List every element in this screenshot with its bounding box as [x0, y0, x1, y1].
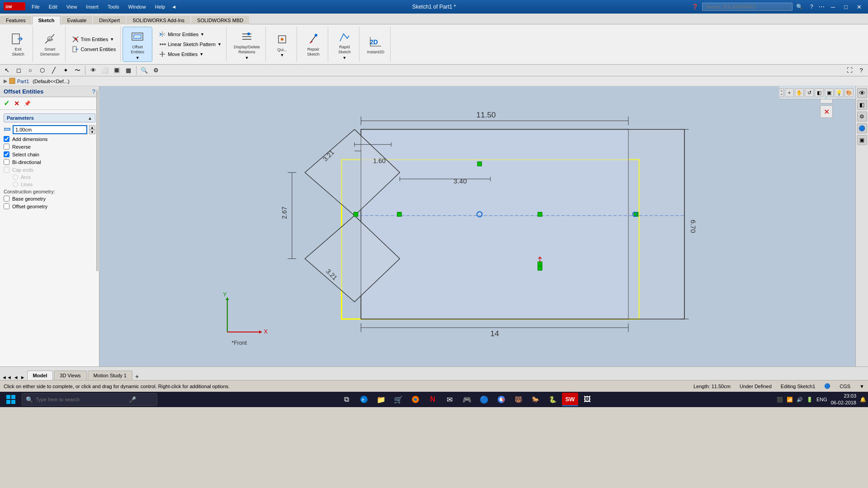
offset-entities-button[interactable]: OffsetEntities	[127, 28, 148, 56]
taskbar-explorer[interactable]: 📁	[373, 393, 389, 406]
taskbar-matlab[interactable]: 🐍	[545, 393, 561, 406]
maximize-button[interactable]: □	[841, 3, 850, 11]
tab-nav-next[interactable]: ►	[20, 375, 25, 380]
tb2-view-icon[interactable]: 👁	[88, 66, 98, 75]
tab-model[interactable]: Model	[27, 371, 53, 380]
select-chain-checkbox[interactable]	[4, 151, 9, 157]
menu-insert[interactable]: Insert	[83, 3, 101, 10]
taskbar-search[interactable]: 🔍 🎤	[22, 393, 157, 406]
tab-nav-prev[interactable]: ◄	[14, 375, 19, 380]
display-delete-dropdown[interactable]: ▼	[245, 56, 249, 60]
tab-dimxpert[interactable]: DimXpert	[93, 16, 126, 24]
panel-ok-button[interactable]: ✓	[4, 99, 9, 108]
quick-snaps-dropdown[interactable]: ▼	[280, 53, 284, 57]
taskbar-show-desktop-icon[interactable]: ⬛	[777, 397, 783, 403]
status-unit-dropdown[interactable]: ▼	[859, 384, 864, 389]
sidebar-settings-button[interactable]: ⚙	[857, 112, 867, 122]
lines-radio[interactable]	[13, 182, 18, 187]
mirror-dropdown-icon[interactable]: ▼	[200, 32, 204, 37]
handle-left-mid2[interactable]	[397, 212, 402, 217]
expand-arrow[interactable]: ◄	[171, 4, 176, 9]
add-sheet-button[interactable]: +	[135, 373, 139, 380]
system-clock[interactable]: 23:03 06-02-2018	[831, 393, 856, 407]
mirror-entities-button[interactable]: Mirror Entities ▼	[157, 30, 223, 39]
quick-snaps-button[interactable]: Qui...	[271, 31, 293, 53]
sidebar-appearance-button[interactable]: 👁	[857, 88, 867, 98]
taskbar-wifi-icon[interactable]: 📶	[787, 397, 793, 403]
arcs-radio[interactable]	[13, 174, 18, 180]
taskbar-app1[interactable]: 🔵	[476, 393, 492, 406]
menu-tools[interactable]: Tools	[105, 3, 122, 10]
tb2-hide-icon[interactable]: 🔳	[112, 66, 122, 75]
tb2-select-icon[interactable]: ↖	[2, 66, 12, 75]
tb2-zoom-icon[interactable]: 🔍	[139, 66, 149, 75]
handle-bot-mid[interactable]	[538, 262, 542, 266]
reverse-checkbox[interactable]	[4, 144, 9, 150]
tb2-line-icon[interactable]: ╱	[49, 66, 59, 75]
taskbar-edge-browser[interactable]: e	[356, 393, 372, 406]
solidworks-search-input[interactable]	[702, 3, 793, 11]
handle-bot-mid2[interactable]	[538, 266, 542, 271]
taskbar-notification-icon[interactable]: 🔔	[860, 397, 866, 403]
exit-sketch-button[interactable]: ExitSketch	[7, 31, 29, 58]
taskbar-lang-indicator[interactable]: ENG	[816, 397, 827, 402]
linear-dropdown-icon[interactable]: ▼	[217, 42, 222, 47]
breadcrumb-part[interactable]: Part1	[17, 79, 29, 84]
taskbar-mic-icon[interactable]: 🎤	[129, 396, 136, 403]
panel-cancel-button[interactable]: ✕	[14, 100, 19, 107]
taskbar-firefox[interactable]	[407, 393, 424, 406]
offset-dropdown-icon[interactable]: ▼	[136, 56, 140, 60]
taskbar-mail[interactable]: ✉	[442, 393, 458, 406]
display-delete-button[interactable]: Display/DeleteRelations	[232, 28, 262, 56]
start-button[interactable]	[2, 393, 20, 406]
minimize-button[interactable]: ─	[828, 3, 838, 11]
taskbar-netflix[interactable]: N	[425, 393, 441, 406]
spin-down-button[interactable]: ▼	[89, 130, 95, 134]
tab-sketch[interactable]: Sketch	[32, 16, 60, 24]
offset-geometry-checkbox[interactable]	[4, 203, 9, 209]
rapid-sketch-dropdown[interactable]: ▼	[342, 56, 346, 60]
parameters-section-header[interactable]: Parameters ▲	[4, 113, 95, 122]
smart-dimension-button[interactable]: dim SmartDimension	[38, 31, 61, 58]
taskbar-store[interactable]: 🛒	[390, 393, 406, 406]
taskbar-volume-icon[interactable]: 🔊	[797, 397, 803, 403]
taskbar-chrome[interactable]	[493, 393, 509, 406]
tb2-size-icon[interactable]: ⛶	[844, 66, 854, 75]
rapid-sketch-button[interactable]: RapidSketch	[334, 28, 355, 56]
taskbar-game[interactable]: 🎮	[459, 393, 475, 406]
tab-3d-views[interactable]: 3D Views	[54, 371, 86, 380]
tb2-display-icon[interactable]: ⬜	[100, 66, 110, 75]
spin-up-button[interactable]: ▲	[89, 125, 95, 130]
search-button[interactable]: 🔍	[796, 4, 803, 10]
taskbar-app2[interactable]: 🐻	[510, 393, 527, 406]
sidebar-extra-button[interactable]: ▣	[857, 135, 867, 145]
repair-sketch-button[interactable]: RepairSketch	[302, 31, 324, 58]
instant2d-button[interactable]: 2D Instant2D	[365, 33, 387, 56]
tab-motion-study[interactable]: Motion Study 1	[88, 371, 132, 380]
panel-pin-button[interactable]: 📌	[24, 100, 31, 107]
tb2-circle-icon[interactable]: ○	[25, 66, 35, 75]
linear-sketch-button[interactable]: Linear Sketch Pattern ▼	[157, 40, 223, 49]
taskbar-search-input[interactable]	[36, 397, 126, 402]
convert-entities-button[interactable]: Convert Entities	[70, 45, 118, 54]
tab-evaluate[interactable]: Evaluate	[61, 16, 93, 24]
handle-mid[interactable]	[538, 212, 542, 217]
sidebar-render-button[interactable]: 🔵	[857, 123, 867, 133]
tb2-help-icon[interactable]: ?	[856, 66, 866, 75]
tb2-rectangle-icon[interactable]: ◻	[14, 66, 24, 75]
sidebar-display-button[interactable]: ◧	[857, 100, 867, 110]
tb2-section-icon[interactable]: ▦	[123, 66, 133, 75]
handle-top-mid[interactable]	[477, 162, 482, 166]
taskbar-solidworks[interactable]: SW	[562, 393, 578, 406]
add-dimensions-checkbox[interactable]	[4, 136, 9, 142]
menu-window[interactable]: Window	[126, 3, 149, 10]
tb2-settings-icon[interactable]: ⚙	[151, 66, 161, 75]
trim-entities-button[interactable]: Trim Entities ▼	[70, 35, 118, 44]
tb2-spline-icon[interactable]: 〜	[72, 66, 82, 75]
menu-help[interactable]: Help	[152, 3, 168, 10]
trim-dropdown-icon[interactable]: ▼	[110, 37, 114, 42]
cap-ends-checkbox[interactable]	[4, 167, 9, 173]
base-geometry-checkbox[interactable]	[4, 196, 9, 202]
tab-nav-first[interactable]: ◄◄	[2, 375, 12, 380]
close-button[interactable]: ✕	[854, 3, 864, 11]
